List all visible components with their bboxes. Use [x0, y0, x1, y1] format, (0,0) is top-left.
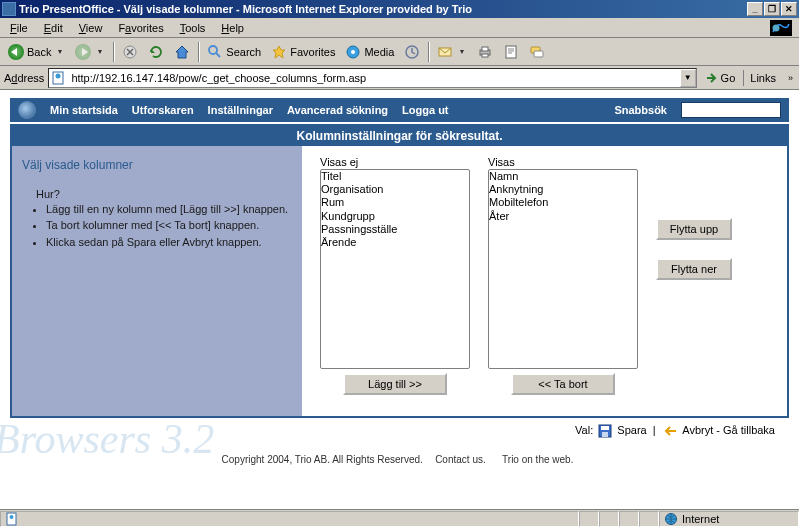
- dropdown-icon: ▼: [456, 48, 467, 55]
- list-item: Åter: [489, 210, 637, 223]
- menu-file[interactable]: File: [2, 20, 36, 36]
- svg-rect-10: [482, 54, 488, 57]
- back-arrow-icon: [664, 424, 678, 438]
- forward-icon: [75, 44, 91, 60]
- print-button[interactable]: [473, 41, 497, 63]
- favorites-button[interactable]: Favorites: [267, 41, 339, 63]
- how-item: Ta bort kolumner med [<< Ta bort] knappe…: [46, 218, 292, 232]
- how-list: Lägg till en ny kolumn med [Lägg till >>…: [46, 202, 292, 249]
- dropdown-icon: ▼: [54, 48, 65, 55]
- address-input[interactable]: [69, 72, 679, 84]
- favorites-icon: [271, 44, 287, 60]
- menubar: File Edit View Favorites Tools Help: [0, 18, 799, 38]
- globe-icon: [664, 512, 678, 526]
- svg-rect-17: [601, 426, 609, 430]
- app-logo-icon: [18, 101, 36, 119]
- back-label: Back: [27, 46, 51, 58]
- media-label: Media: [364, 46, 394, 58]
- nav-home[interactable]: Min startsida: [50, 104, 118, 116]
- forward-button[interactable]: ▼: [71, 41, 109, 63]
- window-title: Trio PresentOffice - Välj visade kolumne…: [19, 3, 747, 15]
- list-item: Titel: [321, 170, 469, 183]
- maximize-button[interactable]: ❐: [764, 2, 780, 16]
- help-column: Välj visade kolumner Hur? Lägg till en n…: [12, 146, 302, 416]
- nav-explorer[interactable]: Utforskaren: [132, 104, 194, 116]
- hidden-listbox[interactable]: Titel Organisation Rum Kundgrupp Passnin…: [320, 169, 470, 369]
- shown-listbox[interactable]: Namn Anknytning Mobiltelefon Åter: [488, 169, 638, 369]
- move-down-button[interactable]: Flytta ner: [656, 258, 732, 280]
- edit-icon: [503, 44, 519, 60]
- action-row: Val: Spara | Avbryt - Gå tillbaka: [10, 418, 789, 446]
- mail-button[interactable]: ▼: [433, 41, 471, 63]
- zone-label: Internet: [682, 513, 719, 525]
- hidden-label: Visas ej: [320, 156, 470, 168]
- mail-icon: [437, 44, 453, 60]
- search-icon: [207, 44, 223, 60]
- remove-button[interactable]: << Ta bort: [511, 373, 615, 395]
- list-item: Anknytning: [489, 183, 637, 196]
- print-icon: [477, 44, 493, 60]
- go-icon: [705, 71, 719, 85]
- go-button[interactable]: Go: [701, 68, 740, 88]
- left-heading: Välj visade kolumner: [22, 158, 292, 172]
- list-item: Rum: [321, 196, 469, 209]
- save-icon: [598, 424, 612, 438]
- move-up-button[interactable]: Flytta upp: [656, 218, 732, 240]
- footer: Copyright 2004, Trio AB. All Rights Rese…: [0, 446, 799, 471]
- quicksearch-input[interactable]: [681, 102, 781, 118]
- dropdown-icon: ▼: [94, 48, 105, 55]
- nav-settings[interactable]: Inställningar: [208, 104, 273, 116]
- how-item: Lägg till en ny kolumn med [Lägg till >>…: [46, 202, 292, 216]
- home-button[interactable]: [170, 41, 194, 63]
- menu-help[interactable]: Help: [213, 20, 252, 36]
- stop-button[interactable]: [118, 41, 142, 63]
- trio-web-link[interactable]: Trio on the web.: [502, 454, 573, 465]
- svg-point-1: [773, 24, 780, 31]
- nav-advsearch[interactable]: Avancerad sökning: [287, 104, 388, 116]
- how-item: Klicka sedan på Spara eller Avbryt knapp…: [46, 235, 292, 249]
- how-heading: Hur?: [36, 188, 292, 200]
- history-button[interactable]: [400, 41, 424, 63]
- links-chevron-icon[interactable]: »: [786, 73, 795, 83]
- address-label: Address: [4, 72, 44, 84]
- refresh-icon: [148, 44, 164, 60]
- menu-tools[interactable]: Tools: [172, 20, 214, 36]
- discuss-button[interactable]: [525, 41, 549, 63]
- minimize-button[interactable]: _: [747, 2, 763, 16]
- stop-icon: [122, 44, 138, 60]
- app-icon: [2, 2, 16, 16]
- close-button[interactable]: ✕: [781, 2, 797, 16]
- list-item: Mobiltelefon: [489, 196, 637, 209]
- search-button[interactable]: Search: [203, 41, 265, 63]
- svg-rect-9: [482, 47, 488, 51]
- menu-view[interactable]: View: [71, 20, 111, 36]
- menu-edit[interactable]: Edit: [36, 20, 71, 36]
- cancel-link[interactable]: Avbryt - Gå tillbaka: [682, 424, 775, 436]
- media-button[interactable]: Media: [341, 41, 398, 63]
- quicksearch-label: Snabbsök: [614, 104, 667, 116]
- back-button[interactable]: Back ▼: [4, 41, 69, 63]
- save-link[interactable]: Spara: [617, 424, 646, 436]
- shown-label: Visas: [488, 156, 638, 168]
- menu-favorites[interactable]: Favorites: [110, 20, 171, 36]
- statusbar: Internet: [0, 509, 799, 527]
- svg-point-15: [56, 73, 61, 78]
- ie-logo-icon: [765, 19, 797, 37]
- refresh-button[interactable]: [144, 41, 168, 63]
- list-item: Organisation: [321, 183, 469, 196]
- edit-button[interactable]: [499, 41, 523, 63]
- contact-link[interactable]: Contact us.: [435, 454, 486, 465]
- addressbar: Address ▼ Go Links »: [0, 66, 799, 90]
- address-dropdown[interactable]: ▼: [680, 69, 696, 87]
- copyright: Copyright 2004, Trio AB. All Rights Rese…: [222, 454, 423, 465]
- svg-point-5: [351, 50, 355, 54]
- nav-logout[interactable]: Logga ut: [402, 104, 448, 116]
- media-icon: [345, 44, 361, 60]
- titlebar: Trio PresentOffice - Välj visade kolumne…: [0, 0, 799, 18]
- links-label[interactable]: Links: [743, 70, 782, 86]
- add-button[interactable]: Lägg till >>: [343, 373, 447, 395]
- panel-title: Kolumninställningar för sökresultat.: [12, 126, 787, 146]
- home-icon: [174, 44, 190, 60]
- list-item: Kundgrupp: [321, 210, 469, 223]
- svg-rect-13: [534, 51, 543, 57]
